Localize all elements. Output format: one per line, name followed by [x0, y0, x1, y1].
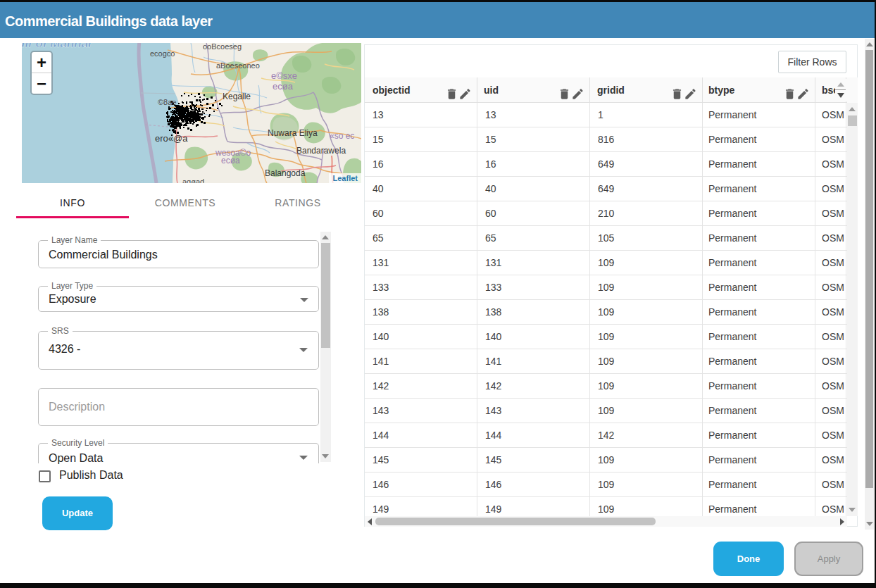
svg-text:©8ae: ©8ae [158, 98, 176, 106]
svg-text:Kegalle: Kegalle [223, 92, 251, 101]
svg-text:ooBcoeseg: ooBcoeseg [203, 43, 242, 51]
svg-text:agøad: agøad [182, 177, 204, 183]
svg-text:Nuwara Eliya: Nuwara Eliya [268, 128, 318, 138]
svg-text:Balangoda: Balangoda [265, 168, 306, 178]
svg-text:Bandarawela: Bandarawela [296, 146, 346, 156]
svg-text:ecøa: ecøa [221, 156, 240, 165]
svg-text:e©sxe: e©sxe [271, 70, 297, 81]
svg-text:aBoeseoneo: aBoeseoneo [216, 61, 260, 70]
svg-text:ero«@a: ero«@a [155, 133, 188, 144]
svg-text:ulf of Mannar: ulf of Mannar [22, 43, 94, 50]
svg-text:ecogco: ecogco [150, 49, 175, 58]
svg-text:ecøa: ecøa [273, 81, 294, 92]
svg-text:«so ec: «so ec [330, 131, 354, 141]
